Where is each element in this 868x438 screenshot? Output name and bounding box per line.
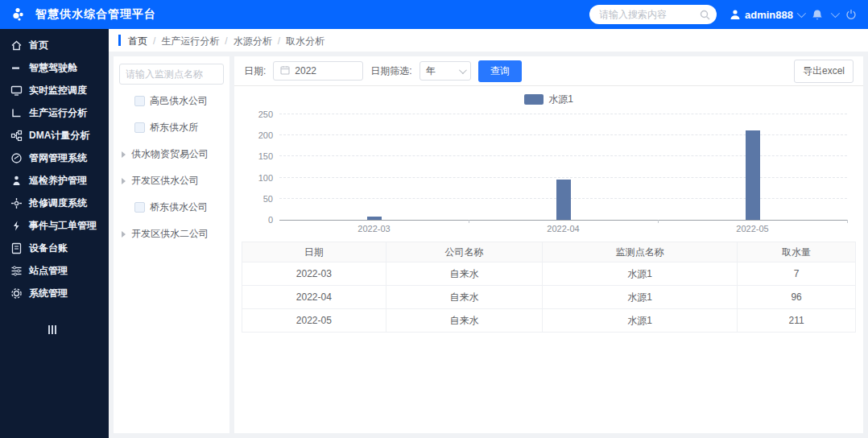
x-axis-tick	[847, 220, 848, 223]
table-header-cell: 日期	[242, 242, 386, 262]
sidebar-item[interactable]: 首页	[0, 34, 109, 56]
bar-2022-03[interactable]	[367, 217, 382, 220]
ledger-icon	[10, 242, 23, 254]
power-icon[interactable]	[845, 9, 857, 20]
query-button[interactable]: 查询	[478, 60, 522, 82]
sidebar-item[interactable]: 设备台账	[0, 237, 109, 259]
user-menu[interactable]: admin888	[730, 9, 804, 21]
sidebar-item[interactable]: 实时监控调度	[0, 79, 109, 101]
breadcrumb-item[interactable]: 取水分析	[286, 35, 324, 47]
expand-caret-icon[interactable]	[122, 151, 126, 158]
table-header-cell: 监测点名称	[543, 242, 738, 262]
period-select[interactable]: 年	[420, 61, 471, 81]
sidebar-item[interactable]: 巡检养护管理	[0, 169, 109, 192]
breadcrumb: 首页/生产运行分析/水源分析/取水分析	[109, 29, 868, 52]
y-axis-tick-label: 100	[258, 173, 273, 183]
intake-data-table: 日期公司名称监测点名称取水量 2022-03自来水水源172022-04自来水水…	[242, 242, 856, 333]
global-search-input[interactable]	[599, 9, 700, 20]
search-icon[interactable]	[700, 10, 710, 20]
cockpit-icon	[10, 62, 23, 74]
table-cell: 2022-03	[242, 262, 386, 286]
patrol-icon	[10, 175, 23, 187]
tree-item[interactable]: 供水物资贸易公司	[119, 141, 224, 167]
user-icon	[730, 9, 741, 20]
bar-2022-04[interactable]	[556, 180, 571, 220]
x-axis-tick-label: 2022-04	[547, 224, 579, 233]
bar-2022-05[interactable]	[746, 130, 760, 220]
breadcrumb-item[interactable]: 首页	[128, 35, 147, 47]
breadcrumb-item[interactable]: 水源分析	[234, 35, 272, 47]
table-header-cell: 取水量	[738, 242, 856, 262]
bell-icon[interactable]	[812, 9, 823, 21]
gridline	[279, 134, 847, 135]
sidebar-item[interactable]: 智慧驾驶舱	[0, 56, 109, 79]
sidebar-item[interactable]: 事件与工单管理	[0, 214, 109, 237]
expand-caret-icon[interactable]	[122, 178, 126, 184]
table-row: 2022-03自来水水源17	[242, 262, 856, 286]
gridline	[279, 177, 847, 178]
sidebar-item[interactable]: 站点管理	[0, 259, 109, 282]
legend-label: 水源1	[548, 93, 573, 106]
x-axis-tick-label: 2022-03	[358, 224, 390, 233]
tree-item[interactable]: 开发区供水二公司	[119, 221, 224, 247]
breadcrumb-item[interactable]: 生产运行分析	[161, 35, 219, 47]
monitor-icon	[10, 85, 23, 97]
sidebar-item[interactable]: 生产运行分析	[0, 101, 109, 124]
table-row: 2022-04自来水水源196	[242, 286, 856, 309]
y-axis-tick-label: 50	[263, 194, 273, 204]
table-cell: 2022-04	[242, 286, 386, 309]
chevron-down-icon	[797, 9, 806, 18]
table-cell: 自来水	[386, 262, 542, 286]
gear-icon	[10, 287, 23, 300]
tree-item[interactable]: 桥东供水公司	[119, 194, 224, 221]
tree-item[interactable]: 桥东供水所	[119, 114, 224, 141]
collapse-icon[interactable]	[48, 325, 109, 334]
tree-item[interactable]: 高邑供水公司	[119, 88, 224, 114]
table-cell: 211	[738, 309, 856, 333]
date-label: 日期:	[244, 64, 266, 78]
gridline	[279, 114, 847, 114]
app-root: 智慧供水综合管理平台 admin888	[0, 0, 868, 438]
app-title: 智慧供水综合管理平台	[35, 7, 156, 22]
main-sidebar: 首页 智慧驾驶舱 实时监控调度 生产运行分析 DMA计量分析 管网管理系统 巡检…	[0, 29, 109, 438]
table-cell: 自来水	[386, 286, 542, 309]
home-icon	[10, 39, 23, 52]
chevron-down-icon	[459, 66, 467, 74]
company-tree: 高邑供水公司桥东供水所供水物资贸易公司开发区供水公司桥东供水公司开发区供水二公司	[119, 88, 224, 247]
pipe-network-icon	[10, 152, 23, 164]
table-header-cell: 公司名称	[386, 242, 542, 262]
sidebar-item[interactable]: DMA计量分析	[0, 124, 109, 147]
date-picker[interactable]: 2022	[273, 61, 363, 81]
chevron-down-icon[interactable]	[831, 9, 840, 18]
username: admin888	[745, 9, 793, 21]
checkbox[interactable]	[134, 96, 145, 106]
expand-caret-icon[interactable]	[122, 231, 126, 238]
sidebar-item[interactable]: 管网管理系统	[0, 147, 109, 169]
chart-legend[interactable]: 水源1	[246, 93, 852, 106]
checkbox[interactable]	[134, 202, 145, 213]
filter-bar: 日期: 2022 日期筛选:	[234, 56, 863, 86]
calendar-icon	[280, 65, 290, 77]
site-icon	[10, 265, 23, 277]
intake-bar-chart: 水源1 0501001502002502022-032022-042022-05	[234, 86, 863, 240]
checkbox[interactable]	[134, 122, 145, 133]
x-axis-tick	[469, 220, 469, 223]
event-order-icon	[10, 220, 23, 232]
table-cell: 水源1	[543, 262, 738, 286]
x-axis-tick	[658, 220, 659, 223]
sidebar-menu: 首页 智慧驾驶舱 实时监控调度 生产运行分析 DMA计量分析 管网管理系统 巡检…	[0, 34, 109, 304]
chart-plot-area: 0501001502002502022-032022-042022-05	[279, 114, 847, 221]
y-axis-tick-label: 0	[268, 215, 273, 225]
sidebar-item[interactable]: 抢修调度系统	[0, 192, 109, 214]
table-cell: 水源1	[543, 286, 738, 309]
sidebar-item[interactable]: 系统管理	[0, 282, 109, 304]
breadcrumb-accent	[118, 35, 121, 46]
table-cell: 2022-05	[242, 309, 386, 333]
export-excel-button[interactable]: 导出excel	[794, 60, 854, 83]
global-search[interactable]	[589, 5, 717, 24]
top-header: 智慧供水综合管理平台 admin888	[0, 0, 868, 29]
date-filter-label: 日期筛选:	[370, 64, 411, 78]
monitor-point-search-input[interactable]	[119, 64, 224, 85]
y-axis-tick-label: 250	[258, 110, 273, 119]
tree-item[interactable]: 开发区供水公司	[119, 167, 224, 194]
